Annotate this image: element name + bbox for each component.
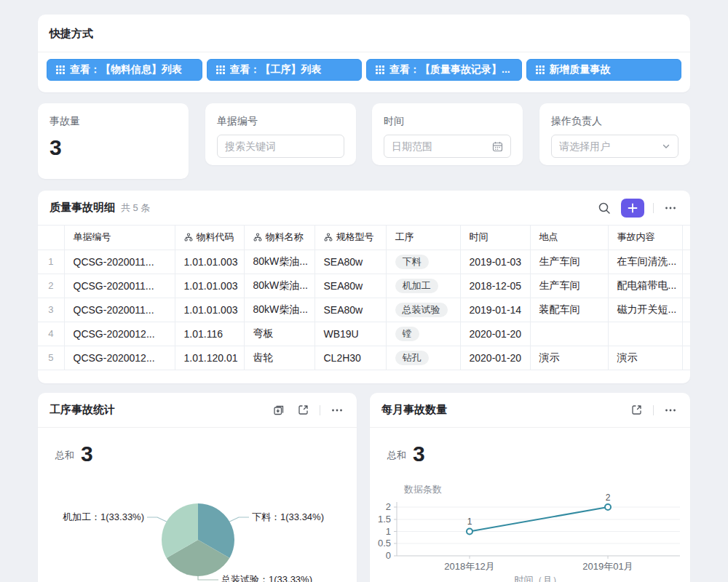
cell-content: 配电箱带电...	[608, 274, 682, 298]
pie-label-zongzhuangshiyan: 总装试验：1(33.33%)	[221, 574, 312, 582]
cell-material-code: 1.01.01.003	[175, 274, 244, 298]
date-range-input[interactable]	[392, 140, 488, 152]
divider	[653, 203, 654, 213]
row-index: 1	[38, 250, 64, 274]
table-row[interactable]: 2 QCSG-2020011... 1.01.01.003 80kW柴油... …	[38, 274, 690, 298]
cell-doc-number: QCSG-2020011...	[64, 274, 175, 298]
cell-material-name: 80kW柴油...	[244, 250, 314, 274]
table-row[interactable]: 1 QCSG-2020011... 1.01.01.003 80kW柴油... …	[38, 250, 690, 274]
header-doc-number: 单据编号	[64, 226, 175, 250]
table-row[interactable]: 4 QCSG-2020012... 1.01.116 弯板 WB19U 镗 20…	[38, 322, 690, 346]
operator-select[interactable]	[551, 135, 678, 158]
cell-operator	[682, 274, 690, 298]
header-material-code: 物料代码	[175, 226, 244, 250]
cell-spec-model: SEA80w	[314, 298, 386, 322]
incident-count-label: 事故量	[50, 113, 177, 128]
doc-number-label: 单据编号	[217, 113, 344, 128]
shortcut-label: 查看：【物料信息】列表	[70, 63, 182, 76]
gridlines	[397, 507, 680, 543]
doc-number-field[interactable]	[217, 135, 344, 158]
point-label: 1	[467, 517, 472, 527]
cell-operator	[682, 322, 690, 346]
cell-doc-number: QCSG-2020011...	[64, 298, 175, 322]
table-row[interactable]: 3 QCSG-2020011... 1.01.01.003 80kW柴油... …	[38, 298, 690, 322]
pie-leader-right	[229, 517, 249, 522]
cell-place: 生产车间	[530, 274, 608, 298]
data-point-dec2018[interactable]	[467, 529, 472, 535]
cell-material-code: 1.01.116	[175, 322, 244, 346]
y-tick: 0.5	[378, 538, 391, 549]
shortcut-view-material-list-button[interactable]: 查看：【物料信息】列表	[47, 59, 202, 81]
cell-material-code: 1.01.01.003	[175, 298, 244, 322]
plus-icon	[628, 203, 638, 213]
operator-select-input[interactable]	[559, 140, 657, 152]
table-row[interactable]: 5 QCSG-2020012... 1.01.120.01 齿轮 CL2H30 …	[38, 346, 690, 370]
cell-process: 下料	[386, 250, 460, 274]
row-index: 4	[38, 322, 64, 346]
doc-number-input[interactable]	[225, 140, 336, 152]
cell-process: 机加工	[386, 274, 460, 298]
data-point-jan2019[interactable]	[605, 504, 611, 510]
table-count: 共 5 条	[121, 202, 150, 215]
header-time: 时间	[460, 226, 530, 250]
operator-label: 操作负责人	[551, 113, 678, 128]
shortcut-add-incident-button[interactable]: 新增质量事故	[526, 59, 682, 81]
cell-spec-model: SEA80w	[314, 250, 386, 274]
lookup-icon	[253, 233, 262, 242]
pie-label-xialiao: 下料：1(33.34%)	[252, 511, 324, 522]
y-tick: 0	[386, 550, 391, 561]
grid-icon	[56, 65, 65, 74]
process-tag: 镗	[395, 327, 419, 341]
monthly-count-card: 每月事故数量 总和 3 数据条数	[370, 393, 690, 582]
cell-time: 2020-01-20	[460, 346, 530, 370]
header-material-name: 物料名称	[244, 226, 314, 250]
grid-icon	[216, 65, 225, 74]
header-content: 事故内容	[608, 226, 682, 250]
incident-table-card: 质量事故明细 共 5 条 单据编号 物料代码 物料名称 规格型号	[38, 191, 690, 383]
add-record-button[interactable]	[621, 199, 644, 218]
process-stats-card: 工序事故统计 总和 3 机加工：1(33.33%) 下料：1(33.34%) 总…	[38, 393, 357, 582]
cell-place: 演示	[530, 346, 608, 370]
cell-place	[530, 322, 608, 346]
grid-icon	[376, 65, 384, 74]
table-more-button[interactable]	[662, 200, 678, 216]
chevron-down-icon	[662, 142, 670, 151]
shortcut-label: 查看：【质量事故记录】...	[389, 63, 510, 76]
pie-label-jijiagong: 机加工：1(33.33%)	[63, 511, 144, 522]
header-place: 地点	[530, 226, 608, 250]
cell-operator	[682, 250, 690, 274]
shortcuts-title: 快捷方式	[38, 15, 690, 52]
cell-material-name: 弯板	[244, 322, 314, 346]
cell-content	[608, 322, 682, 346]
cell-doc-number: QCSG-2020012...	[64, 346, 175, 370]
more-icon	[664, 202, 677, 215]
search-button[interactable]	[596, 200, 612, 216]
shortcut-label: 查看：【工序】列表	[230, 63, 322, 76]
header-process: 工序	[386, 226, 460, 250]
incident-table: 单据编号 物料代码 物料名称 规格型号 工序 时间 地点 事故内容 操作负责人 …	[38, 226, 690, 370]
shortcut-view-process-list-button[interactable]: 查看：【工序】列表	[207, 59, 363, 81]
date-range-field[interactable]	[384, 135, 511, 158]
doc-number-filter-card: 单据编号	[205, 103, 356, 165]
table-titlebar: 质量事故明细 共 5 条	[38, 191, 690, 226]
cell-content: 演示	[608, 346, 682, 370]
pie-leader-left	[147, 517, 167, 522]
cell-time: 2019-01-03	[460, 250, 530, 274]
cell-operator	[682, 298, 690, 322]
cell-process: 镗	[386, 322, 460, 346]
cell-spec-model: WB19U	[314, 322, 386, 346]
y-tick: 1	[386, 526, 391, 537]
cell-content: 在车间清洗...	[608, 250, 682, 274]
line-chart: 数据条数 2 1.5 1 0.5 0 1 2 2018年12月 2019年0	[370, 393, 690, 582]
y-tick: 1.5	[378, 514, 391, 525]
y-tick: 2	[386, 501, 391, 512]
calendar-icon	[492, 141, 503, 152]
cell-material-code: 1.01.01.003	[175, 250, 244, 274]
incident-count-card: 事故量 3	[38, 103, 189, 179]
row-index: 2	[38, 274, 64, 298]
cell-place: 生产车间	[530, 250, 608, 274]
pie-leader-bottom	[198, 576, 218, 580]
cell-process: 钻孔	[386, 346, 460, 370]
lookup-icon	[184, 233, 193, 242]
shortcut-view-incident-records-button[interactable]: 查看：【质量事故记录】...	[366, 59, 522, 81]
